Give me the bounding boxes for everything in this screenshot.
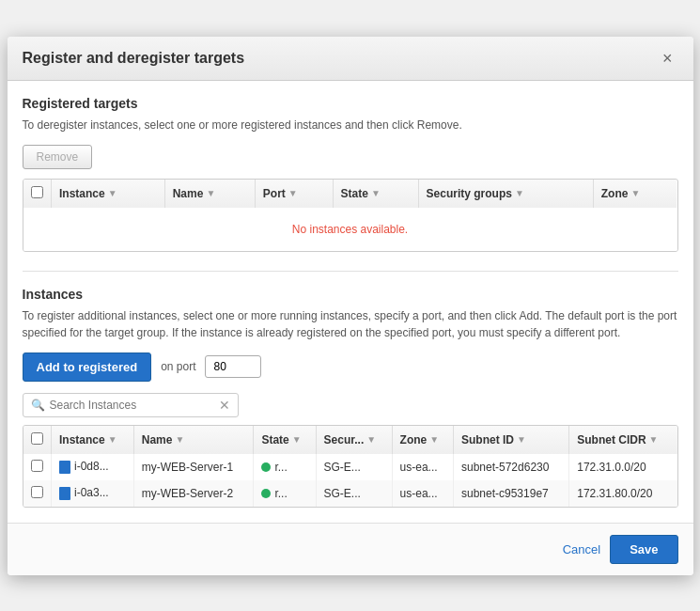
inst-col-state-label: State — [261, 433, 288, 446]
status-dot — [261, 462, 271, 472]
inst-col-subnet-cidr[interactable]: Subnet CIDR ▼ — [569, 426, 677, 454]
inst-col-security[interactable]: Secur... ▼ — [316, 426, 392, 454]
col-port-sort: ▼ — [288, 188, 298, 198]
inst-col-subnet-id[interactable]: Subnet ID ▼ — [453, 426, 568, 454]
inst-col-subnet-id-label: Subnet ID — [461, 433, 514, 446]
inst-col-security-label: Secur... — [324, 433, 365, 446]
remove-button[interactable]: Remove — [23, 145, 93, 169]
row-subnet-id: subnet-572d6230 — [453, 454, 568, 480]
row-checkbox-cell — [23, 454, 52, 480]
save-button[interactable]: Save — [610, 535, 677, 564]
section-divider — [23, 271, 678, 272]
search-icon: 🔍 — [31, 399, 45, 412]
no-data-message: No instances available. — [23, 208, 677, 251]
inst-col-instance[interactable]: Instance ▼ — [52, 426, 134, 454]
cancel-button[interactable]: Cancel — [563, 542, 600, 556]
add-to-registered-button[interactable]: Add to registered — [23, 352, 152, 382]
registered-targets-section: Registered targets To deregister instanc… — [23, 96, 678, 252]
row-instance: i-0a3... — [52, 480, 134, 507]
inst-col-name[interactable]: Name ▼ — [133, 426, 254, 454]
row-security: SG-E... — [316, 480, 392, 507]
inst-col-instance-label: Instance — [59, 433, 105, 446]
inst-col-instance-sort: ▼ — [108, 434, 117, 445]
modal-body: Registered targets To deregister instanc… — [8, 81, 693, 523]
registered-targets-title: Registered targets — [23, 96, 678, 111]
col-instance-label: Instance — [59, 187, 105, 200]
col-security-groups-sort: ▼ — [515, 188, 524, 198]
row-name: my-WEB-Server-1 — [133, 454, 254, 480]
inst-col-subnet-cidr-label: Subnet CIDR — [577, 433, 646, 446]
search-bar: 🔍 ✕ — [23, 393, 239, 417]
instances-table: Instance ▼ Name ▼ — [23, 426, 677, 507]
select-all-checkbox[interactable] — [31, 186, 43, 198]
instances-section: Instances To register additional instanc… — [23, 287, 678, 508]
row-zone: us-ea... — [392, 454, 453, 480]
instances-table-header-row: Instance ▼ Name ▼ — [23, 426, 677, 454]
row-subnet-cidr: 172.31.0.0/20 — [569, 454, 677, 480]
modal-header: Register and deregister targets × — [8, 37, 693, 81]
inst-col-subnet-cidr-sort: ▼ — [649, 434, 659, 445]
register-deregister-modal: Register and deregister targets × Regist… — [8, 37, 693, 575]
row-state: r... — [254, 454, 316, 480]
col-name-sort: ▼ — [206, 188, 215, 198]
add-port-row: Add to registered on port — [23, 352, 678, 382]
row-state: r... — [254, 480, 316, 507]
registered-table-container: Instance ▼ Name ▼ — [23, 179, 678, 252]
row-checkbox[interactable] — [31, 486, 43, 498]
port-input[interactable] — [205, 355, 261, 378]
row-checkbox[interactable] — [31, 460, 43, 472]
inst-col-name-label: Name — [142, 433, 173, 446]
inst-col-security-sort: ▼ — [366, 434, 376, 445]
registered-targets-desc: To deregister instances, select one or m… — [23, 117, 678, 133]
row-security: SG-E... — [316, 454, 392, 480]
search-input[interactable] — [50, 399, 219, 412]
col-state[interactable]: State ▼ — [333, 180, 418, 208]
col-state-label: State — [341, 187, 368, 200]
inst-col-state-sort: ▼ — [292, 434, 302, 445]
inst-col-state[interactable]: State ▼ — [254, 426, 316, 454]
modal-footer: Cancel Save — [8, 523, 693, 575]
inst-col-zone-sort: ▼ — [429, 434, 439, 445]
instances-select-all-header — [23, 426, 52, 454]
instances-table-container: Instance ▼ Name ▼ — [23, 425, 678, 508]
status-dot — [261, 489, 271, 498]
instance-icon — [59, 461, 70, 474]
instances-select-all-checkbox[interactable] — [31, 432, 43, 445]
col-security-groups[interactable]: Security groups ▼ — [418, 180, 593, 208]
row-subnet-cidr: 172.31.80.0/20 — [569, 480, 677, 507]
instances-title: Instances — [23, 287, 678, 302]
row-subnet-id: subnet-c95319e7 — [453, 480, 568, 507]
col-name-label: Name — [173, 187, 204, 200]
col-instance[interactable]: Instance ▼ — [52, 180, 165, 208]
col-instance-sort: ▼ — [108, 188, 117, 198]
instance-icon — [59, 487, 70, 500]
col-state-sort: ▼ — [371, 188, 381, 198]
row-name: my-WEB-Server-2 — [133, 480, 254, 507]
col-port-label: Port — [263, 187, 286, 200]
instances-desc: To register additional instances, select… — [23, 307, 678, 341]
inst-col-zone-label: Zone — [400, 433, 428, 446]
modal-title: Register and deregister targets — [23, 50, 245, 67]
inst-col-subnet-id-sort: ▼ — [517, 434, 526, 445]
col-port[interactable]: Port ▼ — [255, 180, 333, 208]
registered-table: Instance ▼ Name ▼ — [23, 180, 677, 251]
col-security-groups-label: Security groups — [427, 187, 512, 200]
table-row[interactable]: i-0a3... my-WEB-Server-2 r... SG-E... us… — [23, 480, 677, 507]
row-instance: i-0d8... — [52, 454, 134, 480]
col-name[interactable]: Name ▼ — [164, 180, 255, 208]
inst-col-name-sort: ▼ — [175, 434, 184, 445]
col-zone-sort: ▼ — [630, 188, 640, 198]
row-zone: us-ea... — [392, 480, 453, 507]
port-label: on port — [161, 360, 195, 373]
select-all-header — [23, 180, 52, 208]
col-zone[interactable]: Zone ▼ — [593, 180, 677, 208]
inst-col-zone[interactable]: Zone ▼ — [392, 426, 453, 454]
row-checkbox-cell — [23, 480, 52, 507]
no-data-row: No instances available. — [23, 208, 677, 251]
clear-search-icon[interactable]: ✕ — [219, 398, 230, 413]
table-row[interactable]: i-0d8... my-WEB-Server-1 r... SG-E... us… — [23, 454, 677, 480]
col-zone-label: Zone — [601, 187, 629, 200]
close-button[interactable]: × — [657, 48, 678, 69]
registered-table-header-row: Instance ▼ Name ▼ — [23, 180, 677, 208]
